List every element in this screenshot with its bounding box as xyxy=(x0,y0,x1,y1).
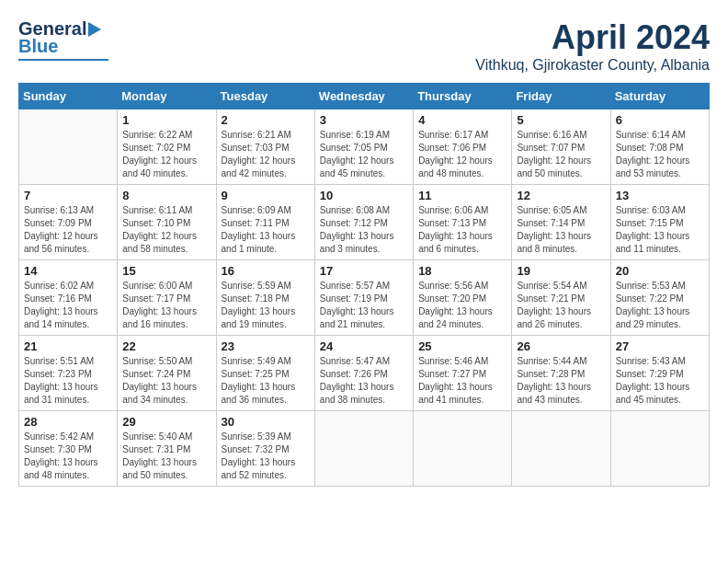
day-detail: Sunrise: 6:11 AMSunset: 7:10 PMDaylight:… xyxy=(122,204,210,256)
day-number: 27 xyxy=(616,339,704,353)
calendar-cell: 14Sunrise: 6:02 AMSunset: 7:16 PMDayligh… xyxy=(19,260,118,336)
calendar-cell: 23Sunrise: 5:49 AMSunset: 7:25 PMDayligh… xyxy=(216,336,314,411)
weekday-header-row: SundayMondayTuesdayWednesdayThursdayFrid… xyxy=(19,84,710,109)
day-number: 7 xyxy=(24,189,112,202)
calendar-cell: 25Sunrise: 5:46 AMSunset: 7:27 PMDayligh… xyxy=(414,336,512,411)
calendar-cell: 20Sunrise: 5:53 AMSunset: 7:22 PMDayligh… xyxy=(610,260,709,336)
logo: General Blue xyxy=(18,18,108,61)
day-number: 28 xyxy=(24,415,112,429)
calendar-cell xyxy=(314,411,413,487)
day-number: 12 xyxy=(517,189,605,202)
day-detail: Sunrise: 6:08 AMSunset: 7:12 PMDaylight:… xyxy=(320,204,408,256)
day-detail: Sunrise: 5:54 AMSunset: 7:21 PMDaylight:… xyxy=(517,280,605,331)
day-number: 26 xyxy=(517,339,605,353)
logo-underline xyxy=(18,59,108,61)
calendar-cell: 8Sunrise: 6:11 AMSunset: 7:10 PMDaylight… xyxy=(118,185,216,260)
day-number: 11 xyxy=(418,189,506,202)
day-detail: Sunrise: 6:03 AMSunset: 7:15 PMDaylight:… xyxy=(616,204,704,256)
day-detail: Sunrise: 6:19 AMSunset: 7:05 PMDaylight:… xyxy=(320,129,408,180)
day-number: 4 xyxy=(418,113,506,127)
calendar-cell xyxy=(19,109,118,185)
day-detail: Sunrise: 5:53 AMSunset: 7:22 PMDaylight:… xyxy=(616,280,704,331)
weekday-header: Sunday xyxy=(19,84,118,109)
day-number: 8 xyxy=(122,189,210,202)
weekday-header: Monday xyxy=(118,84,216,109)
day-detail: Sunrise: 5:56 AMSunset: 7:20 PMDaylight:… xyxy=(418,280,506,331)
day-number: 10 xyxy=(320,189,408,202)
day-number: 30 xyxy=(222,415,310,429)
day-number: 9 xyxy=(222,189,310,202)
day-number: 21 xyxy=(24,339,112,353)
calendar-cell: 1Sunrise: 6:22 AMSunset: 7:02 PMDaylight… xyxy=(118,109,216,185)
day-detail: Sunrise: 6:06 AMSunset: 7:13 PMDaylight:… xyxy=(418,204,506,256)
day-number: 2 xyxy=(222,113,310,127)
calendar-cell: 9Sunrise: 6:09 AMSunset: 7:11 PMDaylight… xyxy=(216,185,314,260)
calendar-cell: 19Sunrise: 5:54 AMSunset: 7:21 PMDayligh… xyxy=(512,260,610,336)
svg-marker-0 xyxy=(88,22,101,37)
day-detail: Sunrise: 5:43 AMSunset: 7:29 PMDaylight:… xyxy=(616,355,704,407)
calendar-week-row: 7Sunrise: 6:13 AMSunset: 7:09 PMDaylight… xyxy=(19,185,710,260)
logo-arrow-icon xyxy=(88,20,108,39)
day-detail: Sunrise: 6:00 AMSunset: 7:17 PMDaylight:… xyxy=(122,280,210,331)
day-detail: Sunrise: 6:22 AMSunset: 7:02 PMDaylight:… xyxy=(122,129,210,180)
day-number: 13 xyxy=(616,189,704,202)
calendar-week-row: 1Sunrise: 6:22 AMSunset: 7:02 PMDaylight… xyxy=(19,109,710,185)
calendar-cell: 30Sunrise: 5:39 AMSunset: 7:32 PMDayligh… xyxy=(216,411,314,487)
calendar-cell: 15Sunrise: 6:00 AMSunset: 7:17 PMDayligh… xyxy=(118,260,216,336)
calendar-table: SundayMondayTuesdayWednesdayThursdayFrid… xyxy=(18,83,710,487)
calendar-cell xyxy=(414,411,512,487)
day-number: 6 xyxy=(616,113,704,127)
logo-blue: Blue xyxy=(18,36,58,57)
day-number: 20 xyxy=(616,264,704,278)
calendar-cell: 26Sunrise: 5:44 AMSunset: 7:28 PMDayligh… xyxy=(512,336,610,411)
day-detail: Sunrise: 6:21 AMSunset: 7:03 PMDaylight:… xyxy=(222,129,310,180)
calendar-cell: 4Sunrise: 6:17 AMSunset: 7:06 PMDaylight… xyxy=(414,109,512,185)
day-number: 24 xyxy=(320,339,408,353)
day-number: 29 xyxy=(122,415,210,429)
day-detail: Sunrise: 5:50 AMSunset: 7:24 PMDaylight:… xyxy=(122,355,210,407)
weekday-header: Wednesday xyxy=(314,84,413,109)
day-number: 23 xyxy=(222,339,310,353)
calendar-cell: 12Sunrise: 6:05 AMSunset: 7:14 PMDayligh… xyxy=(512,185,610,260)
calendar-cell: 2Sunrise: 6:21 AMSunset: 7:03 PMDaylight… xyxy=(216,109,314,185)
page-subtitle: Vithkuq, Gjirokaster County, Albania xyxy=(475,57,710,74)
day-detail: Sunrise: 6:02 AMSunset: 7:16 PMDaylight:… xyxy=(24,280,112,331)
day-detail: Sunrise: 5:59 AMSunset: 7:18 PMDaylight:… xyxy=(222,280,310,331)
weekday-header: Saturday xyxy=(610,84,709,109)
day-number: 3 xyxy=(320,113,408,127)
calendar-cell xyxy=(610,411,709,487)
day-detail: Sunrise: 5:40 AMSunset: 7:31 PMDaylight:… xyxy=(122,431,210,482)
day-detail: Sunrise: 5:42 AMSunset: 7:30 PMDaylight:… xyxy=(24,431,112,482)
page-header: General Blue April 2024 Vithkuq, Gjiroka… xyxy=(18,18,710,74)
calendar-week-row: 28Sunrise: 5:42 AMSunset: 7:30 PMDayligh… xyxy=(19,411,710,487)
calendar-week-row: 21Sunrise: 5:51 AMSunset: 7:23 PMDayligh… xyxy=(19,336,710,411)
calendar-cell: 11Sunrise: 6:06 AMSunset: 7:13 PMDayligh… xyxy=(414,185,512,260)
day-number: 5 xyxy=(517,113,605,127)
day-number: 1 xyxy=(122,113,210,127)
day-detail: Sunrise: 6:16 AMSunset: 7:07 PMDaylight:… xyxy=(517,129,605,180)
calendar-cell: 22Sunrise: 5:50 AMSunset: 7:24 PMDayligh… xyxy=(118,336,216,411)
day-number: 19 xyxy=(517,264,605,278)
day-detail: Sunrise: 5:46 AMSunset: 7:27 PMDaylight:… xyxy=(418,355,506,407)
day-detail: Sunrise: 5:44 AMSunset: 7:28 PMDaylight:… xyxy=(517,355,605,407)
day-number: 14 xyxy=(24,264,112,278)
day-number: 16 xyxy=(222,264,310,278)
title-block: April 2024 Vithkuq, Gjirokaster County, … xyxy=(475,18,710,74)
day-detail: Sunrise: 6:14 AMSunset: 7:08 PMDaylight:… xyxy=(616,129,704,180)
calendar-cell: 13Sunrise: 6:03 AMSunset: 7:15 PMDayligh… xyxy=(610,185,709,260)
day-number: 25 xyxy=(418,339,506,353)
day-detail: Sunrise: 5:47 AMSunset: 7:26 PMDaylight:… xyxy=(320,355,408,407)
day-detail: Sunrise: 5:49 AMSunset: 7:25 PMDaylight:… xyxy=(222,355,310,407)
day-number: 17 xyxy=(320,264,408,278)
calendar-cell: 10Sunrise: 6:08 AMSunset: 7:12 PMDayligh… xyxy=(314,185,413,260)
day-detail: Sunrise: 5:51 AMSunset: 7:23 PMDaylight:… xyxy=(24,355,112,407)
day-detail: Sunrise: 6:17 AMSunset: 7:06 PMDaylight:… xyxy=(418,129,506,180)
day-detail: Sunrise: 6:13 AMSunset: 7:09 PMDaylight:… xyxy=(24,204,112,256)
calendar-cell: 16Sunrise: 5:59 AMSunset: 7:18 PMDayligh… xyxy=(216,260,314,336)
weekday-header: Thursday xyxy=(414,84,512,109)
weekday-header: Friday xyxy=(512,84,610,109)
calendar-cell: 28Sunrise: 5:42 AMSunset: 7:30 PMDayligh… xyxy=(19,411,118,487)
day-number: 22 xyxy=(122,339,210,353)
calendar-cell xyxy=(512,411,610,487)
calendar-cell: 6Sunrise: 6:14 AMSunset: 7:08 PMDaylight… xyxy=(610,109,709,185)
